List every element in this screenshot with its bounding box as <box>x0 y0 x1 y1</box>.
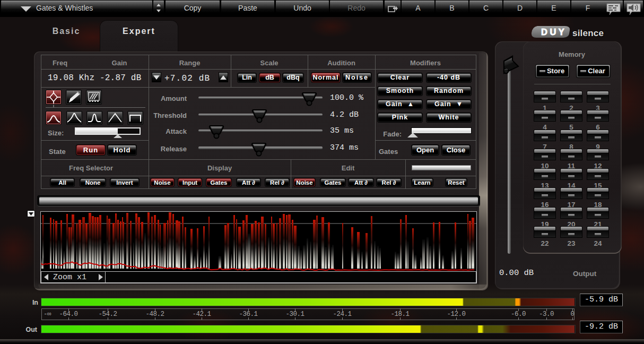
svg-text:DUY: DUY <box>541 27 567 37</box>
